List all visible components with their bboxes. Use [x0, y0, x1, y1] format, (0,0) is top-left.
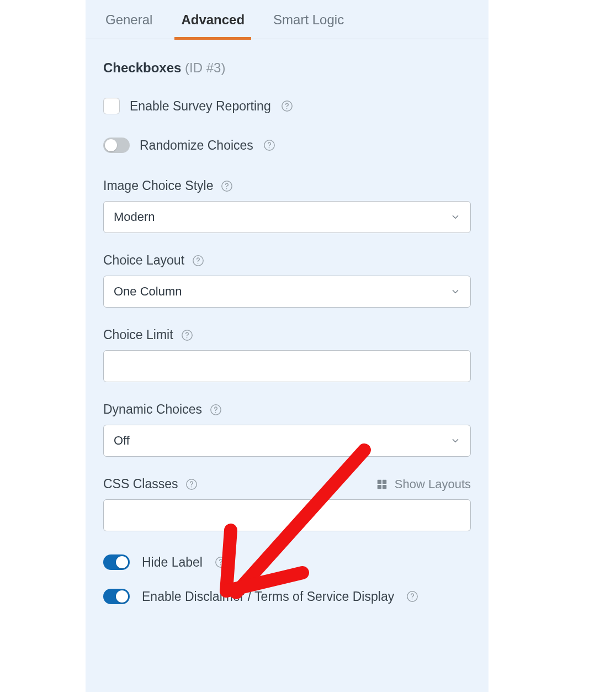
choice-layout-value: One Column: [114, 284, 182, 299]
group-image-choice-style: Image Choice Style Modern: [103, 178, 471, 233]
tab-advanced[interactable]: Advanced: [179, 0, 247, 39]
enable-survey-reporting-checkbox[interactable]: [103, 98, 120, 114]
tab-content: Checkboxes (ID #3) Enable Survey Reporti…: [86, 39, 488, 645]
question-circle-icon[interactable]: [215, 556, 227, 568]
show-layouts-button[interactable]: Show Layouts: [376, 477, 471, 492]
svg-point-13: [191, 486, 192, 487]
image-choice-style-value: Modern: [114, 210, 155, 224]
svg-point-7: [198, 262, 199, 263]
option-enable-disclaimer: Enable Disclaimer / Terms of Service Dis…: [103, 589, 471, 604]
enable-disclaimer-toggle[interactable]: [103, 589, 130, 604]
svg-rect-16: [378, 484, 381, 488]
group-choice-limit: Choice Limit: [103, 327, 471, 382]
field-header: Checkboxes (ID #3): [103, 60, 471, 76]
question-circle-icon[interactable]: [406, 590, 418, 603]
question-circle-icon[interactable]: [263, 139, 275, 151]
question-circle-icon[interactable]: [192, 255, 204, 267]
css-classes-input[interactable]: [103, 499, 471, 531]
question-circle-icon[interactable]: [221, 180, 233, 192]
tab-general[interactable]: General: [103, 0, 155, 39]
question-circle-icon[interactable]: [281, 100, 293, 112]
option-randomize-choices: Randomize Choices: [103, 138, 471, 153]
group-choice-layout: Choice Layout One Column: [103, 253, 471, 308]
question-circle-icon[interactable]: [210, 404, 222, 416]
grid-icon: [376, 478, 388, 490]
tabs: General Advanced Smart Logic: [86, 0, 488, 39]
chevron-down-icon: [450, 212, 460, 222]
group-css-classes: CSS Classes Show Layouts: [103, 477, 471, 531]
svg-point-1: [286, 108, 287, 109]
css-classes-label: CSS Classes: [103, 477, 178, 492]
tab-smart-logic[interactable]: Smart Logic: [271, 0, 346, 39]
svg-point-9: [186, 337, 187, 338]
option-enable-survey-reporting: Enable Survey Reporting: [103, 98, 471, 114]
svg-point-3: [268, 147, 269, 149]
svg-rect-17: [383, 484, 386, 488]
choice-limit-input[interactable]: [103, 350, 471, 382]
dynamic-choices-value: Off: [114, 434, 130, 448]
svg-rect-14: [378, 479, 381, 483]
hide-label-toggle[interactable]: [103, 554, 130, 570]
dynamic-choices-select[interactable]: Off: [103, 425, 471, 457]
svg-point-11: [215, 411, 216, 413]
image-choice-style-label: Image Choice Style: [103, 178, 213, 193]
svg-point-5: [226, 188, 227, 189]
field-id: (ID #3): [185, 60, 225, 75]
option-hide-label: Hide Label: [103, 554, 471, 570]
dynamic-choices-label: Dynamic Choices: [103, 402, 202, 417]
field-type-title: Checkboxes: [103, 60, 181, 75]
chevron-down-icon: [450, 287, 460, 297]
choice-limit-label: Choice Limit: [103, 327, 173, 342]
randomize-choices-label: Randomize Choices: [140, 138, 253, 153]
choice-layout-label: Choice Layout: [103, 253, 184, 268]
choice-layout-select[interactable]: One Column: [103, 276, 471, 308]
enable-disclaimer-label: Enable Disclaimer / Terms of Service Dis…: [142, 589, 394, 604]
bottom-toggles: Hide Label Enable Disclaimer / Terms of …: [103, 554, 471, 604]
svg-point-19: [220, 564, 221, 566]
chevron-down-icon: [450, 436, 460, 446]
group-dynamic-choices: Dynamic Choices Off: [103, 402, 471, 457]
randomize-choices-toggle[interactable]: [103, 138, 130, 153]
hide-label-label: Hide Label: [142, 555, 203, 570]
svg-rect-15: [383, 479, 386, 483]
question-circle-icon[interactable]: [181, 329, 193, 341]
settings-panel: General Advanced Smart Logic Checkboxes …: [86, 0, 488, 692]
question-circle-icon[interactable]: [185, 478, 198, 490]
image-choice-style-select[interactable]: Modern: [103, 201, 471, 233]
enable-survey-reporting-label: Enable Survey Reporting: [130, 99, 271, 114]
svg-point-21: [412, 599, 413, 600]
show-layouts-label: Show Layouts: [395, 477, 471, 492]
